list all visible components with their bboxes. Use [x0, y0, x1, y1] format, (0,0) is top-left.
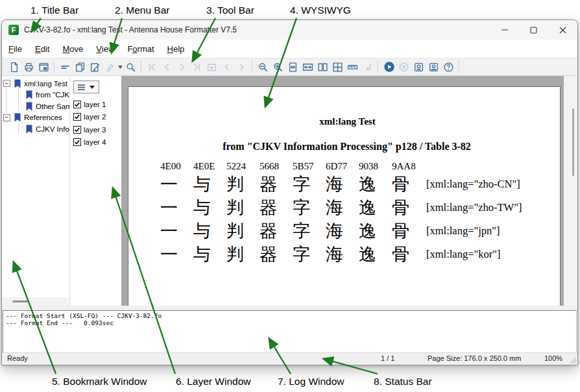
- bookmark-item[interactable]: Other Sam: [2, 101, 69, 112]
- glyph-row: 一与判器字海逸骨 [xml:lang="zho-CN"]: [128, 173, 560, 196]
- layer-item[interactable]: layer 1: [73, 98, 106, 111]
- pdf-options-button[interactable]: [426, 60, 441, 74]
- layer-checkbox-checked[interactable]: [73, 101, 81, 108]
- resize-grip[interactable]: [569, 356, 577, 364]
- format-options-icon: [413, 62, 424, 73]
- bookmark-item[interactable]: CJKV Info: [2, 123, 69, 135]
- scrollbar-thumb[interactable]: [572, 108, 574, 176]
- collapse-icon[interactable]: [3, 114, 10, 121]
- wysiwyg-view[interactable]: xml:lang Test from "CJKV Information Pro…: [121, 76, 564, 306]
- log-line: --- Format End --- 0.093sec: [6, 319, 574, 326]
- layer-item[interactable]: layer 3: [73, 123, 106, 136]
- maximize-icon: [530, 27, 537, 34]
- layer-checkbox-checked[interactable]: [73, 126, 81, 134]
- fit-page-button[interactable]: [285, 60, 300, 74]
- lang-label: [xml:lang="zho-TW"]: [426, 201, 522, 214]
- layer-item[interactable]: layer 4: [73, 136, 106, 149]
- minimize-button[interactable]: [490, 20, 519, 40]
- stamp-dropdown-icon: [118, 66, 123, 69]
- menu-help[interactable]: Help: [161, 40, 191, 58]
- pdf-preview-button[interactable]: [36, 60, 51, 74]
- layer-item[interactable]: layer 2: [73, 111, 106, 124]
- close-icon: [559, 27, 566, 34]
- annotation-label-status-bar: 8. Status Bar: [374, 376, 432, 387]
- first-page-icon: [147, 62, 158, 73]
- collapse-icon[interactable]: [3, 80, 10, 87]
- run-format-button[interactable]: [381, 60, 396, 74]
- fit-width-button[interactable]: [300, 60, 315, 74]
- vertical-scrollbar[interactable]: [564, 76, 578, 306]
- print-button[interactable]: [21, 60, 36, 74]
- search-icon: [125, 62, 136, 73]
- help-icon: [443, 62, 454, 73]
- annotation-label-title-bar: 1. Title Bar: [30, 5, 79, 16]
- print-icon: [23, 62, 34, 73]
- stop-format-icon: [398, 62, 409, 73]
- zoom-out-button[interactable]: [256, 60, 271, 74]
- bookmark-item[interactable]: xml:lang Test: [2, 78, 69, 90]
- window-controls: [490, 20, 577, 40]
- go-to-page-button: [204, 60, 219, 74]
- menu-file[interactable]: File: [2, 40, 29, 58]
- next-page-button: [175, 60, 189, 74]
- window-title: CJKV-3-82.fo - xml:lang Test - Antenna H…: [24, 25, 237, 34]
- ruler-button[interactable]: [345, 60, 360, 74]
- maximize-button[interactable]: [519, 20, 548, 40]
- title-bar: F CJKV-3-82.fo - xml:lang Test - Antenna…: [2, 20, 577, 40]
- run-format-icon: [383, 61, 395, 73]
- zoom-in-button[interactable]: [271, 60, 285, 74]
- edit-button[interactable]: [88, 60, 103, 74]
- layer-checkbox-checked[interactable]: [73, 113, 81, 121]
- menu-format[interactable]: Format: [121, 40, 160, 58]
- bookmark-item[interactable]: from "CJK: [2, 90, 69, 101]
- layer-menu-button[interactable]: [73, 80, 99, 93]
- stamp-dropdown-button[interactable]: [117, 60, 123, 74]
- bookmark-tree: xml:lang Test from "CJK Other Sam Refere…: [2, 78, 69, 135]
- bookmark-horizontal-scrollbar[interactable]: [2, 297, 70, 306]
- format-options-button[interactable]: [411, 60, 426, 74]
- copy-button[interactable]: [73, 60, 88, 74]
- copy-icon: [75, 62, 86, 73]
- toolbar-separator: [252, 60, 253, 73]
- multi-page-view-icon: [332, 62, 343, 73]
- pdf-preview-icon: [38, 62, 49, 73]
- bookmark-icon: [14, 113, 21, 122]
- close-button[interactable]: [548, 20, 577, 40]
- menu-move[interactable]: Move: [56, 40, 90, 58]
- main-area: xml:lang Test from "CJK Other Sam Refere…: [2, 76, 577, 306]
- two-page-view-icon: [317, 62, 328, 73]
- status-zoom-level: 100%: [544, 354, 562, 362]
- help-button[interactable]: [441, 60, 456, 74]
- format-lines-icon: [60, 62, 71, 73]
- status-page-indicator: 1 / 1: [381, 354, 394, 362]
- bookmark-label: xml:lang Test: [24, 80, 67, 88]
- bookmark-icon: [14, 79, 21, 88]
- menu-bar: File Edit Move View Format Help: [2, 40, 577, 58]
- scrollbar-thumb[interactable]: [12, 300, 28, 302]
- bookmark-label: References: [24, 114, 62, 121]
- layer-window: layer 1 layer 2 layer 3 layer 4: [71, 76, 121, 306]
- new-document-button[interactable]: [6, 60, 21, 74]
- layer-label: layer 3: [84, 126, 106, 134]
- layer-checkbox-checked[interactable]: [73, 138, 81, 146]
- menu-edit[interactable]: Edit: [29, 40, 56, 58]
- lang-label: [xml:lang="jpn"]: [426, 225, 500, 238]
- stop-format-button: [396, 60, 411, 74]
- layer-list: layer 1 layer 2 layer 3 layer 4: [73, 98, 106, 149]
- menu-view[interactable]: View: [90, 40, 121, 58]
- check-icon: [74, 114, 80, 120]
- bookmark-window: xml:lang Test from "CJK Other Sam Refere…: [2, 76, 70, 306]
- layer-label: layer 4: [84, 138, 106, 146]
- status-ready: Ready: [7, 354, 28, 362]
- last-page-button: [189, 60, 204, 74]
- menu-icon: [78, 84, 85, 90]
- previous-page-icon: [162, 62, 173, 73]
- bookmark-item[interactable]: References: [2, 112, 69, 124]
- new-document-icon: [8, 62, 19, 73]
- two-page-view-button[interactable]: [315, 60, 330, 74]
- multi-page-view-button[interactable]: [330, 60, 345, 74]
- format-lines-button[interactable]: [58, 60, 73, 74]
- annotation-label-menu-bar: 2. Menu Bar: [115, 5, 169, 16]
- search-button[interactable]: [123, 60, 138, 74]
- fit-page-icon: [287, 62, 298, 73]
